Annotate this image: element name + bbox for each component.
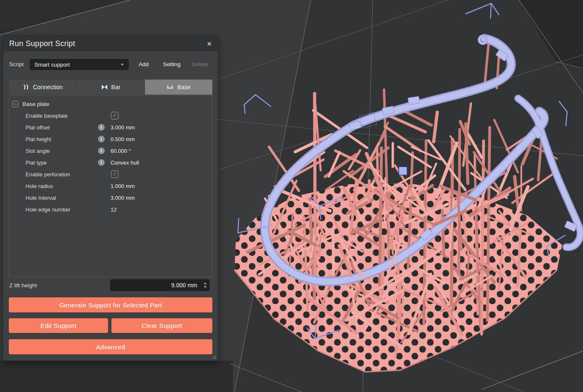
dialog-titlebar[interactable]: Run Support Script ✕ [3, 36, 218, 52]
setting-row: Slot anglei60.000 ° [9, 145, 212, 157]
tab-bar[interactable]: Bar [77, 80, 144, 95]
info-icon[interactable]: i [98, 136, 105, 142]
connection-icon [23, 84, 30, 90]
tab-connection[interactable]: Connection [9, 80, 77, 95]
setting-value[interactable]: 60.000 ° [111, 148, 131, 154]
group-header-base-plate: – Base plate [9, 98, 212, 110]
tab-label: Bar [111, 84, 121, 90]
group-title: Base plate [23, 101, 49, 107]
spinner-down-icon[interactable] [204, 286, 207, 288]
spinner-control[interactable] [201, 280, 209, 291]
script-dropdown-value: Smart support [34, 62, 70, 68]
z-lift-value: 9.000 mm [111, 282, 201, 289]
resize-grip[interactable] [212, 354, 216, 358]
checkmark-icon: ✓ [113, 112, 117, 119]
script-dropdown[interactable]: Smart support [30, 59, 129, 70]
tab-bar: ConnectionBarBase [9, 80, 212, 95]
setting-label: Plat height [26, 136, 51, 142]
setting-row: Hole radius1.000 mm [9, 181, 212, 192]
setting-label: Plat offset [26, 124, 50, 131]
setting-row: Plat offseti3.000 mm [9, 122, 212, 134]
setting-label: Hole edge number [26, 206, 70, 213]
delete-button: Delete [192, 61, 208, 67]
dialog-title: Run Support Script [9, 39, 75, 48]
setting-value[interactable]: 0.500 mm [111, 136, 135, 142]
clear-support-button[interactable]: Clear Support [111, 318, 212, 333]
setting-row: Enable perforation✓ [9, 169, 212, 181]
settings-panel: – Base plate Enable baseplate✓Plat offse… [9, 95, 212, 277]
run-support-script-dialog: Run Support Script ✕ Script Smart suppor… [3, 36, 218, 361]
setting-label: Plat type [26, 160, 47, 166]
setting-label: Hole radius [26, 183, 53, 189]
z-lift-input[interactable]: 9.000 mm [110, 279, 209, 291]
selection-gizmo-handle[interactable] [399, 167, 407, 175]
info-icon[interactable]: i [98, 124, 105, 131]
tab-base[interactable]: Base [145, 80, 212, 95]
add-button[interactable]: Add [139, 61, 149, 67]
setting-button[interactable]: Setting [163, 61, 181, 67]
chevron-down-icon [121, 64, 124, 66]
tab-label: Connection [33, 84, 63, 90]
base-icon [166, 84, 174, 90]
application-window: Run Support Script ✕ Script Smart suppor… [0, 0, 583, 392]
advanced-button[interactable]: Advanced [9, 339, 212, 354]
checkbox[interactable]: ✓ [111, 112, 119, 119]
setting-row: Enable baseplate✓ [9, 110, 212, 122]
setting-value[interactable]: 12 [111, 206, 116, 213]
checkbox[interactable]: ✓ [111, 170, 119, 178]
setting-value[interactable]: 3.000 mm [111, 124, 135, 131]
setting-label: Slot angle [26, 148, 50, 154]
generate-support-button[interactable]: Generate Support for Selected Part [9, 297, 212, 312]
edit-support-button[interactable]: Edit Support [9, 318, 108, 333]
setting-label: Enable baseplate [26, 113, 67, 119]
setting-row: Plat heighti0.500 mm [9, 134, 212, 145]
z-lift-row: Z lift height 9.000 mm [3, 279, 218, 291]
script-label: Script [9, 61, 24, 67]
z-lift-label: Z lift height [9, 282, 37, 289]
setting-row: Plat typeiConvex hull [9, 157, 212, 169]
tab-label: Base [177, 84, 191, 90]
collapse-toggle-icon[interactable]: – [12, 101, 18, 107]
setting-value[interactable]: Convex hull [111, 160, 139, 166]
setting-value[interactable]: 3.000 mm [111, 195, 135, 201]
bar-icon [101, 84, 108, 90]
spinner-up-icon[interactable] [204, 282, 207, 284]
setting-row: Hole Interval3.000 mm [9, 192, 212, 204]
close-icon[interactable]: ✕ [206, 41, 212, 47]
setting-value[interactable]: 1.000 mm [111, 183, 135, 189]
info-icon[interactable]: i [98, 159, 105, 166]
info-icon[interactable]: i [98, 147, 105, 154]
script-row: Script Smart support Add Setting Delete [3, 52, 218, 77]
setting-label: Enable perforation [26, 171, 70, 178]
setting-label: Hole Interval [26, 195, 56, 201]
checkmark-icon: ✓ [113, 171, 117, 177]
setting-row: Hole edge number12 [9, 204, 212, 216]
